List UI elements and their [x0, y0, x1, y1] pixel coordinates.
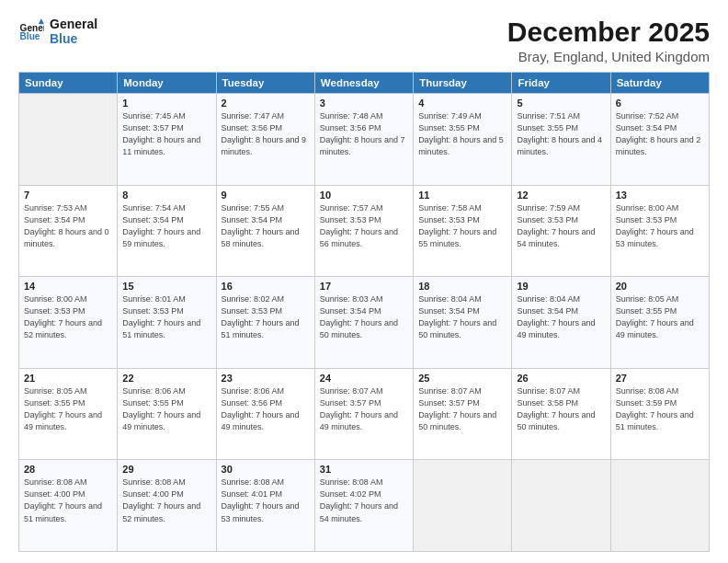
day-header-tuesday: Tuesday	[216, 73, 314, 94]
logo-line1: General	[50, 17, 97, 31]
cell-details: Sunrise: 7:59 AMSunset: 3:53 PMDaylight:…	[517, 202, 605, 250]
calendar-cell: 26Sunrise: 8:07 AMSunset: 3:58 PMDayligh…	[512, 368, 610, 460]
day-header-sunday: Sunday	[19, 73, 118, 94]
calendar-cell: 22Sunrise: 8:06 AMSunset: 3:55 PMDayligh…	[118, 368, 216, 460]
calendar-cell: 30Sunrise: 8:08 AMSunset: 4:01 PMDayligh…	[216, 460, 314, 552]
day-number: 4	[418, 98, 506, 109]
calendar-cell: 2Sunrise: 7:47 AMSunset: 3:56 PMDaylight…	[216, 94, 314, 186]
day-number: 22	[122, 373, 210, 384]
week-row-5: 28Sunrise: 8:08 AMSunset: 4:00 PMDayligh…	[19, 460, 710, 552]
cell-details: Sunrise: 8:07 AMSunset: 3:57 PMDaylight:…	[320, 385, 408, 433]
cell-details: Sunrise: 8:08 AMSunset: 4:00 PMDaylight:…	[24, 477, 112, 524]
calendar-cell: 10Sunrise: 7:57 AMSunset: 3:53 PMDayligh…	[314, 185, 413, 277]
title-block: December 2025 Bray, England, United King…	[507, 17, 710, 64]
calendar-cell: 31Sunrise: 8:08 AMSunset: 4:02 PMDayligh…	[314, 460, 413, 552]
day-number: 29	[122, 464, 210, 475]
day-number: 13	[616, 190, 704, 201]
day-number: 9	[222, 190, 310, 201]
day-number: 7	[24, 190, 112, 201]
calendar-cell: 6Sunrise: 7:52 AMSunset: 3:54 PMDaylight…	[610, 94, 709, 186]
calendar-cell: 14Sunrise: 8:00 AMSunset: 3:53 PMDayligh…	[19, 277, 118, 369]
calendar-cell: 3Sunrise: 7:48 AMSunset: 3:56 PMDaylight…	[314, 94, 413, 186]
week-row-2: 7Sunrise: 7:53 AMSunset: 3:54 PMDaylight…	[19, 185, 710, 277]
cell-details: Sunrise: 7:58 AMSunset: 3:53 PMDaylight:…	[418, 202, 506, 250]
calendar-header-row: SundayMondayTuesdayWednesdayThursdayFrid…	[19, 73, 710, 94]
calendar-cell	[512, 460, 610, 552]
calendar-cell: 12Sunrise: 7:59 AMSunset: 3:53 PMDayligh…	[512, 185, 610, 277]
cell-details: Sunrise: 8:08 AMSunset: 3:59 PMDaylight:…	[616, 385, 704, 433]
cell-details: Sunrise: 7:48 AMSunset: 3:56 PMDaylight:…	[320, 110, 408, 158]
page: General Blue General Blue December 2025 …	[0, 0, 728, 563]
calendar-cell	[19, 94, 118, 186]
cell-details: Sunrise: 7:51 AMSunset: 3:55 PMDaylight:…	[517, 110, 605, 158]
calendar-cell: 13Sunrise: 8:00 AMSunset: 3:53 PMDayligh…	[610, 185, 709, 277]
calendar-cell: 1Sunrise: 7:45 AMSunset: 3:57 PMDaylight…	[118, 94, 216, 186]
day-header-friday: Friday	[512, 73, 610, 94]
cell-details: Sunrise: 8:04 AMSunset: 3:54 PMDaylight:…	[517, 293, 605, 341]
logo: General Blue General Blue	[18, 17, 97, 46]
cell-details: Sunrise: 8:06 AMSunset: 3:55 PMDaylight:…	[122, 385, 210, 433]
cell-details: Sunrise: 8:05 AMSunset: 3:55 PMDaylight:…	[616, 293, 704, 341]
sub-title: Bray, England, United Kingdom	[507, 49, 710, 64]
cell-details: Sunrise: 7:45 AMSunset: 3:57 PMDaylight:…	[122, 110, 210, 158]
day-number: 23	[222, 373, 310, 384]
day-number: 27	[616, 373, 704, 384]
day-number: 6	[616, 98, 704, 109]
cell-details: Sunrise: 7:53 AMSunset: 3:54 PMDaylight:…	[24, 202, 112, 250]
day-number: 30	[222, 464, 310, 475]
day-header-wednesday: Wednesday	[314, 73, 413, 94]
cell-details: Sunrise: 8:06 AMSunset: 3:56 PMDaylight:…	[222, 385, 310, 433]
calendar-cell: 11Sunrise: 7:58 AMSunset: 3:53 PMDayligh…	[414, 185, 512, 277]
day-number: 24	[320, 373, 408, 384]
cell-details: Sunrise: 8:00 AMSunset: 3:53 PMDaylight:…	[616, 202, 704, 250]
calendar-cell	[610, 460, 709, 552]
cell-details: Sunrise: 8:04 AMSunset: 3:54 PMDaylight:…	[418, 293, 506, 341]
calendar-cell: 19Sunrise: 8:04 AMSunset: 3:54 PMDayligh…	[512, 277, 610, 369]
day-number: 10	[320, 190, 408, 201]
cell-details: Sunrise: 8:08 AMSunset: 4:00 PMDaylight:…	[122, 477, 210, 524]
cell-details: Sunrise: 7:47 AMSunset: 3:56 PMDaylight:…	[222, 110, 310, 158]
day-header-monday: Monday	[118, 73, 216, 94]
calendar-cell: 9Sunrise: 7:55 AMSunset: 3:54 PMDaylight…	[216, 185, 314, 277]
day-number: 15	[122, 281, 210, 292]
calendar-cell	[414, 460, 512, 552]
cell-details: Sunrise: 8:01 AMSunset: 3:53 PMDaylight:…	[122, 293, 210, 341]
calendar-cell: 25Sunrise: 8:07 AMSunset: 3:57 PMDayligh…	[414, 368, 512, 460]
day-number: 3	[320, 98, 408, 109]
cell-details: Sunrise: 8:07 AMSunset: 3:57 PMDaylight:…	[418, 385, 506, 433]
day-number: 8	[122, 190, 210, 201]
cell-details: Sunrise: 8:05 AMSunset: 3:55 PMDaylight:…	[24, 385, 112, 433]
cell-details: Sunrise: 7:49 AMSunset: 3:55 PMDaylight:…	[418, 110, 506, 158]
day-number: 5	[517, 98, 605, 109]
calendar-cell: 29Sunrise: 8:08 AMSunset: 4:00 PMDayligh…	[118, 460, 216, 552]
cell-details: Sunrise: 7:57 AMSunset: 3:53 PMDaylight:…	[320, 202, 408, 250]
calendar: SundayMondayTuesdayWednesdayThursdayFrid…	[18, 72, 710, 552]
calendar-cell: 21Sunrise: 8:05 AMSunset: 3:55 PMDayligh…	[19, 368, 118, 460]
calendar-cell: 17Sunrise: 8:03 AMSunset: 3:54 PMDayligh…	[314, 277, 413, 369]
day-number: 21	[24, 373, 112, 384]
cell-details: Sunrise: 8:02 AMSunset: 3:53 PMDaylight:…	[222, 293, 310, 341]
day-number: 25	[418, 373, 506, 384]
day-number: 18	[418, 281, 506, 292]
day-number: 12	[517, 190, 605, 201]
day-number: 17	[320, 281, 408, 292]
svg-marker-2	[39, 18, 44, 24]
calendar-cell: 15Sunrise: 8:01 AMSunset: 3:53 PMDayligh…	[118, 277, 216, 369]
calendar-cell: 7Sunrise: 7:53 AMSunset: 3:54 PMDaylight…	[19, 185, 118, 277]
week-row-1: 1Sunrise: 7:45 AMSunset: 3:57 PMDaylight…	[19, 94, 710, 186]
calendar-cell: 16Sunrise: 8:02 AMSunset: 3:53 PMDayligh…	[216, 277, 314, 369]
day-number: 1	[122, 98, 210, 109]
calendar-cell: 4Sunrise: 7:49 AMSunset: 3:55 PMDaylight…	[414, 94, 512, 186]
day-header-saturday: Saturday	[610, 73, 709, 94]
cell-details: Sunrise: 8:00 AMSunset: 3:53 PMDaylight:…	[24, 293, 112, 341]
cell-details: Sunrise: 7:55 AMSunset: 3:54 PMDaylight:…	[222, 202, 310, 250]
day-number: 2	[222, 98, 310, 109]
day-number: 20	[616, 281, 704, 292]
day-number: 31	[320, 464, 408, 475]
cell-details: Sunrise: 8:03 AMSunset: 3:54 PMDaylight:…	[320, 293, 408, 341]
cell-details: Sunrise: 7:54 AMSunset: 3:54 PMDaylight:…	[122, 202, 210, 250]
main-title: December 2025	[507, 17, 710, 47]
week-row-3: 14Sunrise: 8:00 AMSunset: 3:53 PMDayligh…	[19, 277, 710, 369]
week-row-4: 21Sunrise: 8:05 AMSunset: 3:55 PMDayligh…	[19, 368, 710, 460]
day-number: 16	[222, 281, 310, 292]
